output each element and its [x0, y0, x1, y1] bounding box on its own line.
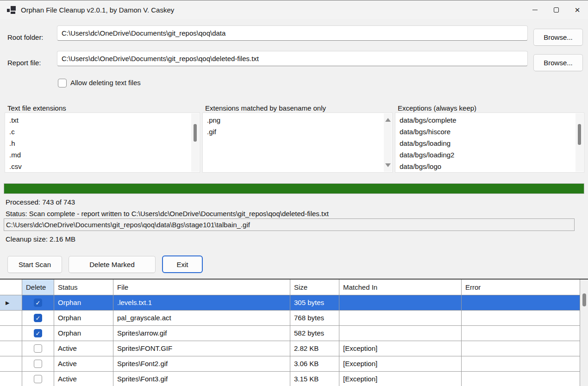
grid-cell-status[interactable]: Active — [54, 372, 113, 386]
column-header-status[interactable]: Status — [54, 280, 113, 295]
minimize-button[interactable] — [524, 0, 545, 19]
root-folder-browse-button[interactable]: Browse... — [533, 29, 583, 46]
grid-cell-status[interactable]: Orphan — [54, 295, 113, 311]
report-file-label: Report file: — [7, 59, 41, 67]
grid-cell-size[interactable]: 305 bytes — [290, 295, 339, 311]
row-selector-cell[interactable] — [0, 372, 22, 386]
column-header-size[interactable]: Size — [290, 280, 339, 295]
list-item[interactable]: .gif — [203, 126, 392, 137]
grid-cell-error[interactable] — [462, 356, 580, 372]
grid-cell-error[interactable] — [462, 295, 580, 311]
scrollbar-track[interactable] — [575, 113, 583, 172]
grid-cell-file[interactable]: pal_grayscale.act — [113, 311, 290, 326]
delete-marked-button[interactable]: Delete Marked — [69, 256, 156, 273]
grid-cell-file[interactable]: Sprites\FONT.GIF — [113, 341, 290, 356]
grid-cell-size[interactable]: 3.06 KB — [290, 356, 339, 372]
scrollbar-track[interactable] — [384, 113, 392, 172]
grid-cell-matched-in[interactable]: [Exception] — [339, 356, 462, 372]
maximize-button[interactable] — [545, 0, 567, 19]
delete-checkbox-cell[interactable]: ✓ — [22, 326, 54, 341]
row-selector-cell[interactable] — [0, 341, 22, 356]
processed-count: Processed: 743 of 743 — [6, 198, 75, 206]
grid-cell-status[interactable]: Orphan — [54, 311, 113, 326]
delete-checkbox[interactable] — [34, 344, 42, 353]
row-selector-cell[interactable]: ▶ — [0, 295, 22, 311]
delete-checkbox[interactable]: ✓ — [34, 299, 42, 307]
list-item[interactable]: data/bgs/logo — [395, 161, 584, 172]
grid-cell-size[interactable]: 3.15 KB — [290, 372, 339, 386]
grid-cell-matched-in[interactable] — [339, 311, 462, 326]
column-header-matched-in[interactable]: Matched In — [339, 280, 462, 295]
column-header-row-selector[interactable] — [0, 280, 22, 295]
title-bar[interactable]: Orphan File Cleanup v2.0.1, by Damon V. … — [0, 0, 588, 19]
grid-cell-file[interactable]: Sprites\arrow.gif — [113, 326, 290, 341]
grid-cell-size[interactable]: 582 bytes — [290, 326, 339, 341]
close-button[interactable]: ✕ — [567, 0, 588, 19]
report-file-browse-button[interactable]: Browse... — [533, 54, 583, 71]
list-item[interactable]: .c — [5, 126, 200, 137]
row-selector-cell[interactable] — [0, 311, 22, 326]
row-selector-cell[interactable] — [0, 356, 22, 372]
grid-cell-matched-in[interactable]: [Exception] — [339, 341, 462, 356]
delete-checkbox[interactable]: ✓ — [34, 329, 42, 337]
table-row[interactable]: ✓Orphanpal_grayscale.act768 bytes — [0, 311, 580, 326]
row-selector-cell[interactable] — [0, 326, 22, 341]
grid-cell-error[interactable] — [462, 311, 580, 326]
exceptions-list[interactable]: data/bgs/completedata/bgs/hiscoredata/bg… — [395, 112, 584, 173]
grid-scrollbar-track[interactable] — [580, 280, 588, 386]
column-header-error[interactable]: Error — [462, 280, 580, 295]
delete-checkbox-cell[interactable] — [22, 341, 54, 356]
grid-cell-status[interactable]: Orphan — [54, 326, 113, 341]
grid-cell-matched-in[interactable]: [Exception] — [339, 372, 462, 386]
delete-checkbox[interactable] — [34, 375, 42, 383]
grid-cell-status[interactable]: Active — [54, 341, 113, 356]
delete-checkbox[interactable] — [34, 360, 42, 368]
list-item[interactable]: .txt — [5, 114, 200, 126]
scrollbar-thumb[interactable] — [578, 124, 581, 145]
grid-scrollbar-thumb[interactable] — [582, 293, 586, 306]
list-item[interactable]: .h — [5, 137, 200, 149]
scrollbar-thumb[interactable] — [194, 124, 197, 142]
grid-cell-file[interactable]: Sprites\Font3.gif — [113, 372, 290, 386]
list-item[interactable]: data/bgs/hiscore — [395, 126, 584, 137]
grid-cell-size[interactable]: 2.82 KB — [290, 341, 339, 356]
grid-cell-size[interactable]: 768 bytes — [290, 311, 339, 326]
text-extensions-list[interactable]: .txt.c.h.md.csv — [5, 112, 200, 173]
list-item[interactable]: .md — [5, 149, 200, 161]
table-row[interactable]: ActiveSprites\Font3.gif3.15 KB[Exception… — [0, 372, 580, 386]
delete-checkbox[interactable]: ✓ — [34, 314, 42, 322]
scroll-up-icon[interactable] — [385, 118, 391, 122]
table-row[interactable]: ✓OrphanSprites\arrow.gif582 bytes — [0, 326, 580, 341]
delete-checkbox-cell[interactable] — [22, 356, 54, 372]
table-row[interactable]: ActiveSprites\FONT.GIF2.82 KB[Exception] — [0, 341, 580, 356]
list-item[interactable]: .png — [203, 114, 392, 126]
grid-cell-file[interactable]: .levels.txt.1 — [113, 295, 290, 311]
basename-extensions-list[interactable]: .png.gif — [202, 112, 393, 173]
column-header-delete[interactable]: Delete — [22, 280, 54, 295]
exit-button[interactable]: Exit — [162, 255, 203, 273]
delete-checkbox-cell[interactable]: ✓ — [22, 295, 54, 311]
start-scan-button[interactable]: Start Scan — [7, 256, 62, 273]
list-item[interactable]: data/bgs/loading2 — [395, 149, 584, 161]
delete-checkbox-cell[interactable]: ✓ — [22, 311, 54, 326]
grid-cell-status[interactable]: Active — [54, 356, 113, 372]
exceptions-label: Exceptions (always keep) — [398, 104, 476, 112]
list-item[interactable]: .csv — [5, 161, 200, 172]
column-header-file[interactable]: File — [113, 280, 290, 295]
table-row[interactable]: ActiveSprites\Font2.gif3.06 KB[Exception… — [0, 356, 580, 372]
scrollbar-track[interactable] — [191, 113, 199, 172]
report-file-input[interactable] — [57, 51, 528, 66]
list-item[interactable]: data/bgs/complete — [395, 114, 584, 126]
root-folder-input[interactable] — [57, 25, 528, 41]
grid-cell-file[interactable]: Sprites\Font2.gif — [113, 356, 290, 372]
grid-cell-matched-in[interactable] — [339, 326, 462, 341]
delete-checkbox-cell[interactable] — [22, 372, 54, 386]
grid-cell-error[interactable] — [462, 341, 580, 356]
grid-cell-matched-in[interactable] — [339, 295, 462, 311]
grid-cell-error[interactable] — [462, 326, 580, 341]
grid-cell-error[interactable] — [462, 372, 580, 386]
table-row[interactable]: ▶✓Orphan.levels.txt.1305 bytes — [0, 295, 580, 311]
scroll-down-icon[interactable] — [385, 163, 391, 167]
allow-delete-text-checkbox[interactable] — [58, 79, 67, 87]
list-item[interactable]: data/bgs/loading — [395, 137, 584, 149]
